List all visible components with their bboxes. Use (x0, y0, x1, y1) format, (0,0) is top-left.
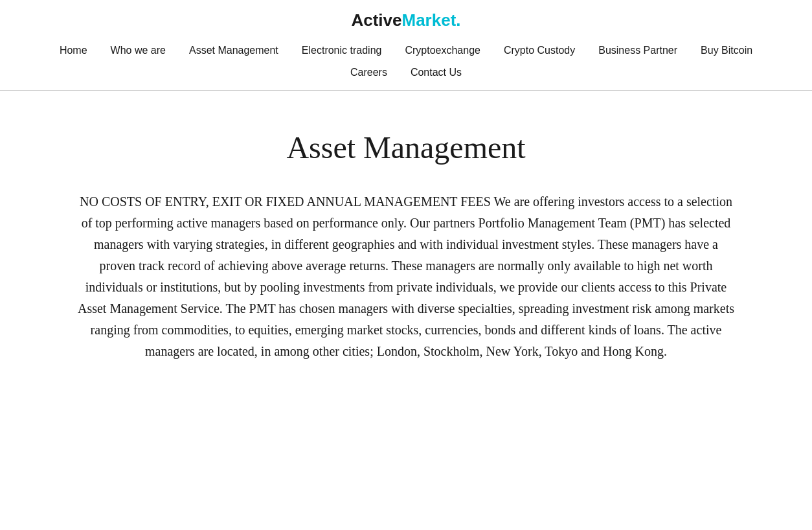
nav-asset-management[interactable]: Asset Management (177, 40, 290, 62)
nav-who-we-are[interactable]: Who we are (99, 40, 177, 62)
logo-active-text: Active (351, 10, 401, 30)
site-header: ActiveMarket. Home Who we are Asset Mana… (0, 0, 812, 91)
nav-cryptoexchange[interactable]: Cryptoexchange (393, 40, 492, 62)
nav-row-2: Careers Contact Us (0, 62, 812, 90)
nav-crypto-custody[interactable]: Crypto Custody (492, 40, 587, 62)
nav-careers[interactable]: Careers (339, 62, 399, 84)
page-title: Asset Management (76, 130, 736, 165)
nav-buy-bitcoin[interactable]: Buy Bitcoin (689, 40, 764, 62)
main-nav: Home Who we are Asset Management Electro… (0, 40, 812, 90)
site-logo[interactable]: ActiveMarket. (0, 10, 812, 30)
main-content: Asset Management NO COSTS OF ENTRY, EXIT… (50, 91, 762, 401)
nav-business-partner[interactable]: Business Partner (587, 40, 689, 62)
nav-home[interactable]: Home (48, 40, 99, 62)
nav-contact-us[interactable]: Contact Us (399, 62, 473, 84)
nav-row-1: Home Who we are Asset Management Electro… (0, 40, 812, 62)
logo-market-text: Market (401, 10, 456, 30)
logo-dot: . (456, 10, 460, 30)
page-body-text: NO COSTS OF ENTRY, EXIT OR FIXED ANNUAL … (76, 191, 736, 362)
nav-electronic-trading[interactable]: Electronic trading (290, 40, 394, 62)
